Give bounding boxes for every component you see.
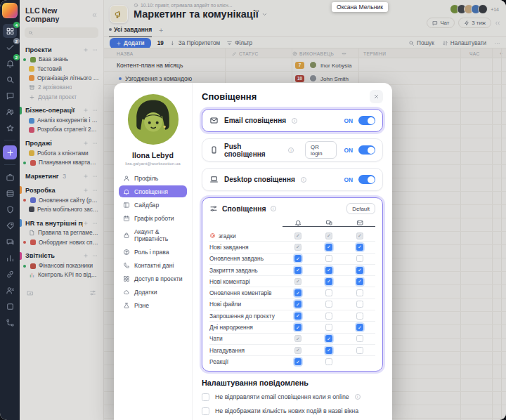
cloud-icon	[123, 289, 130, 296]
rail-divider	[4, 140, 15, 140]
matrix-checkbox[interactable]	[356, 324, 363, 331]
matrix-checkbox[interactable]	[325, 244, 332, 251]
matrix-checkbox[interactable]	[356, 289, 363, 296]
rail-portfolio-button[interactable]	[3, 170, 17, 184]
matrix-row-label: Закриття завдань	[209, 267, 283, 274]
rail-apps-button[interactable]: 4	[3, 24, 17, 38]
settings-menu-Додатки[interactable]: Додатки	[119, 286, 187, 298]
settings-menu-Акаунт & Приватність[interactable]: Акаунт & Приватність	[119, 225, 187, 244]
workspace-logo[interactable]	[2, 3, 18, 18]
guests-icon	[6, 286, 15, 295]
checkbox[interactable]	[202, 407, 209, 415]
menu-item-label: Графік роботи	[134, 215, 174, 222]
matrix-row: Запрошення до проєкту	[209, 310, 375, 322]
matrix-checkbox[interactable]	[356, 278, 363, 285]
matrix-checkbox[interactable]	[356, 255, 363, 262]
matrix-checkbox[interactable]	[356, 313, 363, 320]
rail-comments-button[interactable]	[3, 235, 17, 249]
sidebar-icon	[123, 202, 130, 209]
rail-automation-button[interactable]	[3, 315, 17, 329]
matrix-checkbox[interactable]	[325, 347, 332, 354]
qr-login-button[interactable]: QR login	[305, 141, 337, 159]
rail-integrations-button[interactable]	[3, 267, 17, 281]
matrix-row-label: Запрошення до проєкту	[209, 313, 283, 320]
menu-item-label: Додатки	[134, 289, 157, 296]
portfolio-icon	[6, 173, 15, 182]
badge-icon	[123, 249, 130, 256]
settings-menu-Різне[interactable]: Різне	[119, 299, 187, 311]
matrix-checkbox	[294, 347, 301, 354]
rail-data-button[interactable]	[3, 186, 17, 200]
default-button[interactable]: Default	[346, 203, 375, 214]
matrix-checkbox[interactable]	[356, 347, 363, 354]
info-icon	[355, 394, 361, 400]
matrix-row-label: Нагадування	[209, 347, 283, 354]
rail-security-button[interactable]	[3, 202, 17, 216]
rail-reports-button[interactable]	[3, 251, 17, 265]
settings-menu-Профіль[interactable]: Профіль	[119, 172, 187, 184]
rail-team-button[interactable]	[3, 105, 17, 119]
phone-icon	[123, 262, 130, 269]
matrix-checkbox[interactable]	[294, 324, 301, 331]
matrix-checkbox[interactable]	[294, 255, 301, 262]
menu-item-label: Профіль	[134, 175, 158, 182]
matrix-checkbox[interactable]	[294, 313, 301, 320]
option-no-title-count[interactable]: Не відображати кількість нових подій в н…	[202, 407, 383, 415]
rail-notifications-button[interactable]: 2	[3, 56, 17, 70]
rail-favorites-button[interactable]	[3, 121, 17, 135]
matrix-checkbox[interactable]	[325, 301, 332, 308]
info-icon	[288, 147, 294, 153]
matrix-checkbox[interactable]	[356, 335, 363, 342]
push-toggle[interactable]	[358, 145, 375, 155]
settings-menu-Роль і права[interactable]: Роль і права	[119, 246, 187, 258]
matrix-checkbox[interactable]	[325, 289, 332, 296]
matrix-checkbox[interactable]	[356, 267, 363, 274]
matrix-checkbox[interactable]	[325, 313, 332, 320]
message-settings-heading: Налаштування повідомлень	[202, 379, 383, 387]
rail-archive-button[interactable]	[3, 299, 17, 313]
rail-notifications-badge: 2	[13, 54, 20, 60]
matrix-column-mail	[344, 219, 375, 227]
matrix-checkbox[interactable]	[356, 244, 363, 251]
matrix-checkbox[interactable]	[356, 301, 363, 308]
matrix-checkbox[interactable]	[325, 278, 332, 285]
matrix-checkbox[interactable]	[294, 358, 301, 365]
menu-item-label: Різне	[134, 302, 149, 309]
rail-guests-button[interactable]	[3, 283, 17, 297]
rail-search-button[interactable]	[3, 72, 17, 86]
close-button[interactable]	[370, 90, 383, 103]
matrix-checkbox[interactable]	[325, 335, 332, 342]
app-window: 422 LLC New Company ПроєктиБаза знаньТес…	[0, 0, 506, 420]
rail-messages-button[interactable]	[3, 88, 17, 103]
push-notifications-label: Push сповіщення	[224, 143, 283, 158]
matrix-checkbox[interactable]	[325, 358, 332, 365]
matrix-row-label: Нові коментарі	[209, 278, 283, 285]
checkbox[interactable]	[202, 393, 209, 401]
settings-menu-Контактні дані[interactable]: Контактні дані	[119, 259, 187, 271]
rail-add-button[interactable]	[3, 145, 17, 159]
bell-icon	[294, 219, 302, 227]
matrix-checkbox[interactable]	[294, 289, 301, 296]
desktop-notifications-label: Desktop сповіщення	[224, 176, 295, 183]
close-icon	[373, 93, 379, 100]
matrix-checkbox[interactable]	[325, 324, 332, 331]
matrix-checkbox[interactable]	[325, 255, 332, 262]
email-toggle[interactable]	[358, 116, 375, 125]
settings-menu-Сайдбар[interactable]: Сайдбар	[119, 199, 187, 211]
rail-tags-button[interactable]	[3, 218, 17, 232]
option-no-email-online[interactable]: Не відправляти email сповіщення коли я o…	[202, 393, 383, 401]
settings-modal: Ilona Lebyd liza.galyant@worksection.ua …	[114, 83, 392, 420]
settings-menu-Доступ в проєкти[interactable]: Доступ в проєкти	[119, 273, 187, 284]
bell-icon	[123, 188, 130, 195]
desktop-toggle[interactable]	[358, 175, 375, 184]
desktop-toggle-state: ON	[344, 176, 353, 183]
matrix-checkbox[interactable]	[294, 267, 301, 274]
profile-email: liza.galyant@worksection.ua	[125, 161, 181, 166]
profile-avatar	[126, 93, 180, 146]
settings-menu-Сповіщення[interactable]: Сповіщення	[119, 185, 187, 197]
settings-menu-Графік роботи[interactable]: Графік роботи	[119, 212, 187, 224]
matrix-checkbox[interactable]	[294, 301, 301, 308]
matrix-row: Нові файли	[209, 299, 375, 310]
matrix-checkbox[interactable]	[325, 267, 332, 274]
rail-tasks-button[interactable]: 2	[3, 40, 17, 54]
